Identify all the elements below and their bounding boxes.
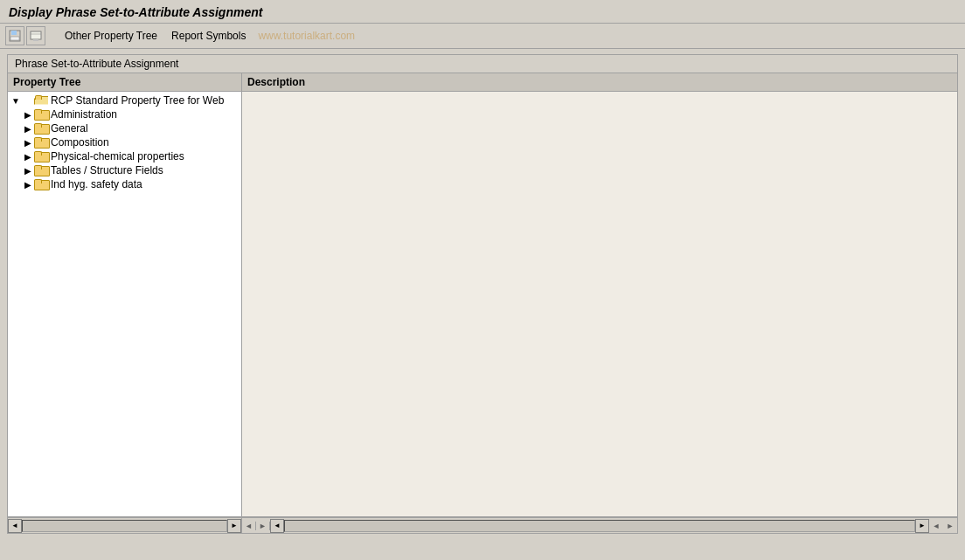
menu-report-symbols[interactable]: Report Symbols (164, 28, 253, 44)
scroll-gap2: ► (256, 522, 270, 530)
desc-scroll-left-btn[interactable]: ◄ (270, 519, 284, 533)
save-icon[interactable] (5, 26, 24, 45)
svg-rect-1 (11, 31, 17, 35)
tree-item-tables-structure[interactable]: ▶ Tables / Structure Fields (8, 163, 241, 177)
folder-icon-physical-chemical (34, 151, 48, 162)
folder-icon-general (34, 123, 48, 135)
expand-icon-tables-structure[interactable]: ▶ (22, 164, 34, 176)
svg-rect-2 (10, 37, 19, 40)
tree-container: Property Tree ▼ RCP Standard Property Tr… (8, 73, 957, 517)
tree-item-general[interactable]: ▶ General (8, 121, 241, 135)
desc-scroll-right-btn[interactable]: ► (915, 519, 929, 533)
expand-icon-administration[interactable]: ▶ (22, 108, 34, 121)
toolbar: Other Property Tree Report Symbols www.t… (0, 24, 965, 49)
svg-rect-3 (31, 31, 41, 39)
expand-icon-ind-hyg[interactable]: ▶ (22, 178, 34, 190)
folder-icon-composition (34, 137, 48, 149)
folder-icon-ind-hyg (34, 179, 48, 190)
tree-scrollbar-left: ◄ ► (8, 518, 242, 533)
tree-pane-header: Property Tree (8, 73, 241, 92)
tree-item-label-administration: Administration (51, 108, 117, 121)
description-content (242, 92, 957, 516)
tree-root[interactable]: ▼ RCP Standard Property Tree for Web (8, 93, 241, 107)
tree-content[interactable]: ▼ RCP Standard Property Tree for Web ▶ A… (8, 92, 241, 516)
tree-pane: Property Tree ▼ RCP Standard Property Tr… (8, 73, 242, 516)
tree-item-physical-chemical[interactable]: ▶ Physical-chemical properties (8, 149, 241, 163)
tree-item-label-physical-chemical: Physical-chemical properties (51, 150, 184, 162)
scroll-gap: ◄ (242, 522, 256, 530)
description-pane: Description (242, 73, 957, 516)
menu-other-property-tree[interactable]: Other Property Tree (58, 28, 164, 44)
tree-root-label: RCP Standard Property Tree for Web (51, 94, 224, 107)
scroll-left-btn[interactable]: ◄ (8, 519, 22, 533)
watermark: www.tutorialkart.com (258, 30, 355, 42)
svg-rect-5 (33, 39, 38, 41)
menu-bar: Other Property Tree Report Symbols (58, 28, 253, 44)
display-icon[interactable] (26, 26, 45, 45)
scrollbar-row: ◄ ► ◄ ► ◄ ► ◄ ► (8, 517, 957, 533)
expand-icon-physical-chemical[interactable]: ▶ (22, 150, 34, 162)
scroll-right-btn[interactable]: ► (227, 519, 241, 533)
scroll-end-gap: ◄ (929, 522, 943, 530)
expand-icon-composition[interactable]: ▶ (22, 136, 34, 149)
panel: Phrase Set-to-Attribute Assignment Prope… (7, 54, 958, 534)
folder-icon-tables-structure (34, 165, 48, 176)
tree-item-administration[interactable]: ▶ Administration (8, 107, 241, 121)
tree-scroll-track[interactable] (22, 520, 227, 532)
description-header: Description (242, 73, 957, 92)
desc-scroll-track[interactable] (284, 520, 915, 532)
scroll-end-gap2: ► (943, 522, 957, 530)
title-bar: Display Phrase Set-to-Attribute Assignme… (0, 0, 965, 24)
folder-icon-administration (34, 109, 48, 121)
page-title: Display Phrase Set-to-Attribute Assignme… (9, 5, 956, 19)
tree-item-ind-hyg[interactable]: ▶ Ind hyg. safety data (8, 177, 241, 191)
tree-item-label-general: General (51, 122, 88, 135)
tree-item-composition[interactable]: ▶ Composition (8, 135, 241, 149)
collapse-icon[interactable]: ▼ (10, 94, 22, 107)
expand-icon-general[interactable]: ▶ (22, 122, 34, 135)
main-content: Phrase Set-to-Attribute Assignment Prope… (0, 49, 965, 539)
tree-item-label-ind-hyg: Ind hyg. safety data (51, 178, 142, 190)
desc-scrollbar: ◄ ► (270, 518, 929, 533)
tree-item-label-tables-structure: Tables / Structure Fields (51, 164, 163, 176)
root-folder-icon (34, 95, 48, 107)
tree-item-label-composition: Composition (51, 136, 109, 149)
panel-header: Phrase Set-to-Attribute Assignment (8, 55, 957, 73)
